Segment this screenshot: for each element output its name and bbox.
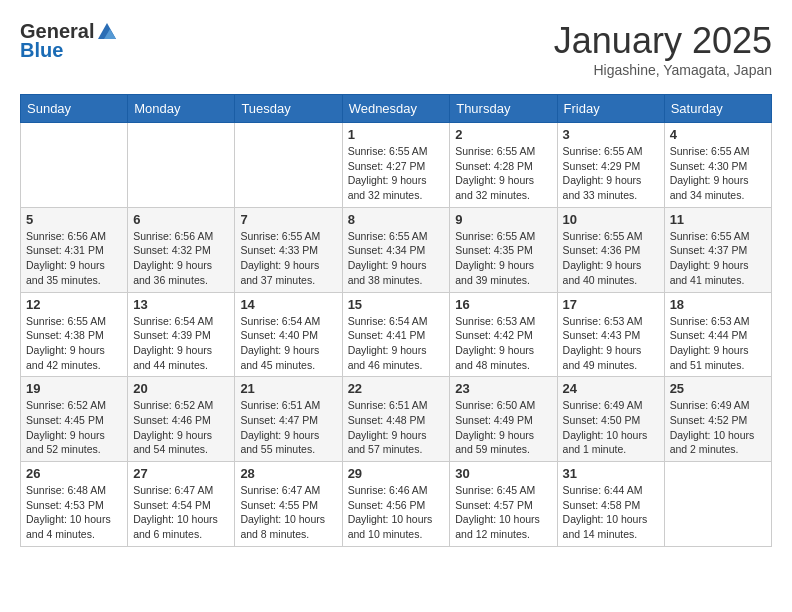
day-number: 11 (670, 212, 766, 227)
weekday-header-sunday: Sunday (21, 95, 128, 123)
weekday-header-wednesday: Wednesday (342, 95, 450, 123)
day-info: Sunrise: 6:54 AM Sunset: 4:41 PM Dayligh… (348, 314, 445, 373)
day-number: 7 (240, 212, 336, 227)
day-number: 17 (563, 297, 659, 312)
calendar-cell: 5Sunrise: 6:56 AM Sunset: 4:31 PM Daylig… (21, 207, 128, 292)
calendar-cell: 6Sunrise: 6:56 AM Sunset: 4:32 PM Daylig… (128, 207, 235, 292)
day-info: Sunrise: 6:51 AM Sunset: 4:48 PM Dayligh… (348, 398, 445, 457)
calendar-cell: 8Sunrise: 6:55 AM Sunset: 4:34 PM Daylig… (342, 207, 450, 292)
day-info: Sunrise: 6:45 AM Sunset: 4:57 PM Dayligh… (455, 483, 551, 542)
logo: General Blue (20, 20, 118, 62)
calendar-cell: 14Sunrise: 6:54 AM Sunset: 4:40 PM Dayli… (235, 292, 342, 377)
logo-icon (96, 21, 118, 43)
calendar-cell: 23Sunrise: 6:50 AM Sunset: 4:49 PM Dayli… (450, 377, 557, 462)
calendar-cell (664, 462, 771, 547)
week-row-1: 1Sunrise: 6:55 AM Sunset: 4:27 PM Daylig… (21, 123, 772, 208)
day-number: 12 (26, 297, 122, 312)
calendar-cell: 16Sunrise: 6:53 AM Sunset: 4:42 PM Dayli… (450, 292, 557, 377)
calendar-cell: 4Sunrise: 6:55 AM Sunset: 4:30 PM Daylig… (664, 123, 771, 208)
calendar-cell: 22Sunrise: 6:51 AM Sunset: 4:48 PM Dayli… (342, 377, 450, 462)
month-title: January 2025 (554, 20, 772, 62)
day-number: 26 (26, 466, 122, 481)
day-number: 4 (670, 127, 766, 142)
day-number: 24 (563, 381, 659, 396)
day-info: Sunrise: 6:55 AM Sunset: 4:30 PM Dayligh… (670, 144, 766, 203)
day-info: Sunrise: 6:53 AM Sunset: 4:43 PM Dayligh… (563, 314, 659, 373)
weekday-header-tuesday: Tuesday (235, 95, 342, 123)
page-header: General Blue January 2025 Higashine, Yam… (20, 20, 772, 78)
day-number: 13 (133, 297, 229, 312)
day-number: 28 (240, 466, 336, 481)
week-row-4: 19Sunrise: 6:52 AM Sunset: 4:45 PM Dayli… (21, 377, 772, 462)
day-number: 8 (348, 212, 445, 227)
day-info: Sunrise: 6:53 AM Sunset: 4:42 PM Dayligh… (455, 314, 551, 373)
calendar-cell: 1Sunrise: 6:55 AM Sunset: 4:27 PM Daylig… (342, 123, 450, 208)
calendar-cell: 10Sunrise: 6:55 AM Sunset: 4:36 PM Dayli… (557, 207, 664, 292)
calendar-cell: 17Sunrise: 6:53 AM Sunset: 4:43 PM Dayli… (557, 292, 664, 377)
day-info: Sunrise: 6:47 AM Sunset: 4:55 PM Dayligh… (240, 483, 336, 542)
day-info: Sunrise: 6:50 AM Sunset: 4:49 PM Dayligh… (455, 398, 551, 457)
day-number: 3 (563, 127, 659, 142)
day-number: 5 (26, 212, 122, 227)
day-info: Sunrise: 6:55 AM Sunset: 4:36 PM Dayligh… (563, 229, 659, 288)
title-section: January 2025 Higashine, Yamagata, Japan (554, 20, 772, 78)
calendar-cell: 7Sunrise: 6:55 AM Sunset: 4:33 PM Daylig… (235, 207, 342, 292)
day-info: Sunrise: 6:54 AM Sunset: 4:39 PM Dayligh… (133, 314, 229, 373)
day-info: Sunrise: 6:54 AM Sunset: 4:40 PM Dayligh… (240, 314, 336, 373)
calendar-cell (235, 123, 342, 208)
calendar-table: SundayMondayTuesdayWednesdayThursdayFrid… (20, 94, 772, 547)
weekday-header-row: SundayMondayTuesdayWednesdayThursdayFrid… (21, 95, 772, 123)
day-number: 16 (455, 297, 551, 312)
calendar-cell: 31Sunrise: 6:44 AM Sunset: 4:58 PM Dayli… (557, 462, 664, 547)
day-info: Sunrise: 6:56 AM Sunset: 4:32 PM Dayligh… (133, 229, 229, 288)
weekday-header-monday: Monday (128, 95, 235, 123)
logo-blue-text: Blue (20, 39, 63, 62)
calendar-cell: 26Sunrise: 6:48 AM Sunset: 4:53 PM Dayli… (21, 462, 128, 547)
day-number: 31 (563, 466, 659, 481)
calendar-cell: 13Sunrise: 6:54 AM Sunset: 4:39 PM Dayli… (128, 292, 235, 377)
week-row-2: 5Sunrise: 6:56 AM Sunset: 4:31 PM Daylig… (21, 207, 772, 292)
calendar-cell: 29Sunrise: 6:46 AM Sunset: 4:56 PM Dayli… (342, 462, 450, 547)
day-number: 25 (670, 381, 766, 396)
day-number: 6 (133, 212, 229, 227)
day-number: 10 (563, 212, 659, 227)
day-info: Sunrise: 6:52 AM Sunset: 4:45 PM Dayligh… (26, 398, 122, 457)
calendar-cell: 24Sunrise: 6:49 AM Sunset: 4:50 PM Dayli… (557, 377, 664, 462)
calendar-cell: 25Sunrise: 6:49 AM Sunset: 4:52 PM Dayli… (664, 377, 771, 462)
week-row-3: 12Sunrise: 6:55 AM Sunset: 4:38 PM Dayli… (21, 292, 772, 377)
day-info: Sunrise: 6:49 AM Sunset: 4:50 PM Dayligh… (563, 398, 659, 457)
day-info: Sunrise: 6:44 AM Sunset: 4:58 PM Dayligh… (563, 483, 659, 542)
day-info: Sunrise: 6:52 AM Sunset: 4:46 PM Dayligh… (133, 398, 229, 457)
calendar-cell (21, 123, 128, 208)
calendar-cell: 15Sunrise: 6:54 AM Sunset: 4:41 PM Dayli… (342, 292, 450, 377)
day-info: Sunrise: 6:46 AM Sunset: 4:56 PM Dayligh… (348, 483, 445, 542)
day-number: 2 (455, 127, 551, 142)
week-row-5: 26Sunrise: 6:48 AM Sunset: 4:53 PM Dayli… (21, 462, 772, 547)
day-info: Sunrise: 6:48 AM Sunset: 4:53 PM Dayligh… (26, 483, 122, 542)
weekday-header-saturday: Saturday (664, 95, 771, 123)
calendar-cell (128, 123, 235, 208)
day-info: Sunrise: 6:47 AM Sunset: 4:54 PM Dayligh… (133, 483, 229, 542)
day-number: 19 (26, 381, 122, 396)
weekday-header-thursday: Thursday (450, 95, 557, 123)
calendar-cell: 21Sunrise: 6:51 AM Sunset: 4:47 PM Dayli… (235, 377, 342, 462)
day-info: Sunrise: 6:55 AM Sunset: 4:29 PM Dayligh… (563, 144, 659, 203)
day-info: Sunrise: 6:55 AM Sunset: 4:35 PM Dayligh… (455, 229, 551, 288)
location: Higashine, Yamagata, Japan (554, 62, 772, 78)
day-info: Sunrise: 6:51 AM Sunset: 4:47 PM Dayligh… (240, 398, 336, 457)
calendar-cell: 12Sunrise: 6:55 AM Sunset: 4:38 PM Dayli… (21, 292, 128, 377)
day-number: 14 (240, 297, 336, 312)
weekday-header-friday: Friday (557, 95, 664, 123)
day-number: 22 (348, 381, 445, 396)
day-info: Sunrise: 6:53 AM Sunset: 4:44 PM Dayligh… (670, 314, 766, 373)
day-number: 29 (348, 466, 445, 481)
day-info: Sunrise: 6:55 AM Sunset: 4:27 PM Dayligh… (348, 144, 445, 203)
day-number: 21 (240, 381, 336, 396)
calendar-cell: 2Sunrise: 6:55 AM Sunset: 4:28 PM Daylig… (450, 123, 557, 208)
day-info: Sunrise: 6:56 AM Sunset: 4:31 PM Dayligh… (26, 229, 122, 288)
day-info: Sunrise: 6:55 AM Sunset: 4:33 PM Dayligh… (240, 229, 336, 288)
calendar-cell: 19Sunrise: 6:52 AM Sunset: 4:45 PM Dayli… (21, 377, 128, 462)
day-number: 15 (348, 297, 445, 312)
day-info: Sunrise: 6:55 AM Sunset: 4:38 PM Dayligh… (26, 314, 122, 373)
day-number: 23 (455, 381, 551, 396)
